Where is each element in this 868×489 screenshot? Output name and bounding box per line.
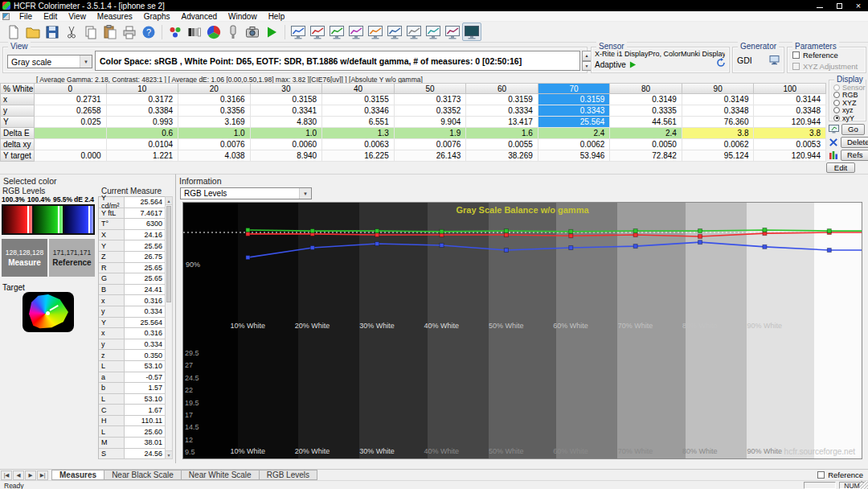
display-mode-xyz-upper[interactable]: XYZ [833, 99, 857, 106]
open-file-icon[interactable] [23, 23, 43, 41]
cell-x-70[interactable]: 0.3159 [538, 94, 611, 105]
cell-y-90[interactable]: 0.3348 [682, 105, 755, 117]
display-mode-xyz-lower[interactable]: xyz [833, 107, 854, 114]
cell-y-target-80[interactable]: 72.842 [610, 150, 682, 162]
cell-y-10[interactable]: 0.3384 [107, 105, 179, 117]
run-measures-icon[interactable] [262, 23, 281, 41]
view-colortemp-icon[interactable] [366, 23, 385, 41]
cell-y-target-70[interactable]: 53.946 [538, 150, 611, 162]
cell-y-60[interactable]: 13.417 [466, 117, 538, 128]
last-tab-icon[interactable]: ▶| [37, 471, 48, 480]
cell-delta-xy-20[interactable]: 0.0076 [178, 139, 251, 150]
display-mode-rgb[interactable]: RGB [833, 92, 858, 99]
measure-free-icon[interactable] [166, 23, 185, 41]
cell-delta-e-90[interactable]: 3.8 [682, 128, 755, 139]
view-near-black-icon[interactable] [385, 23, 404, 41]
cell-y-0[interactable]: 0.025 [35, 117, 107, 128]
menu-graphs[interactable]: Graphs [138, 11, 176, 22]
cell-delta-xy-80[interactable]: 0.0050 [610, 139, 682, 150]
cell-y-30[interactable]: 0.3341 [251, 105, 323, 117]
cell-delta-e-60[interactable]: 1.6 [466, 128, 538, 139]
cell-y-target-30[interactable]: 8.940 [251, 150, 323, 162]
view-fullscreen-icon[interactable] [462, 23, 481, 41]
cell-delta-e-10[interactable]: 0.6 [107, 128, 179, 139]
cell-delta-e-50[interactable]: 1.9 [395, 128, 467, 139]
cell-y-50[interactable]: 0.3352 [395, 105, 467, 117]
column-header-50[interactable]: 50 [395, 84, 467, 94]
cell-y-70[interactable]: 0.3343 [538, 105, 611, 117]
cell-y-70[interactable]: 25.564 [538, 117, 611, 128]
minimize-button[interactable] [810, 0, 829, 11]
cell-delta-xy-30[interactable]: 0.0060 [251, 139, 323, 150]
sensor-probe-icon[interactable] [223, 23, 243, 41]
cell-delta-xy-40[interactable]: 0.0063 [322, 139, 395, 150]
cell-delta-e-80[interactable]: 2.4 [610, 128, 682, 139]
copy-icon[interactable] [81, 23, 100, 41]
cell-delta-e-40[interactable]: 1.3 [322, 128, 395, 139]
cell-delta-e-100[interactable]: 3.8 [754, 128, 826, 139]
cell-x-60[interactable]: 0.3159 [466, 94, 538, 105]
resize-grip[interactable] [859, 481, 868, 489]
delete-button[interactable]: Delete [841, 137, 868, 148]
column-header-80[interactable]: 80 [610, 84, 682, 94]
menu-measures[interactable]: Measures [92, 11, 138, 22]
scroll-up-icon[interactable]: ▲ [166, 197, 172, 205]
column-header-100[interactable]: 100 [754, 84, 826, 94]
cell-x-30[interactable]: 0.3158 [251, 94, 323, 105]
cell-y-target-60[interactable]: 38.269 [466, 150, 538, 162]
cell-y-50[interactable]: 9.904 [395, 117, 467, 128]
scrollbar-thumb[interactable] [166, 206, 171, 302]
view-luminance-icon[interactable] [289, 23, 308, 41]
measure-scrollbar[interactable]: ▲ ▼ [165, 196, 173, 459]
cell-y-20[interactable]: 0.3356 [178, 105, 251, 117]
cell-delta-e-20[interactable]: 1.0 [178, 128, 251, 139]
cell-x-20[interactable]: 0.3166 [178, 94, 251, 105]
column-header-90[interactable]: 90 [682, 84, 755, 94]
cell-x-0[interactable]: 0.2731 [35, 94, 107, 105]
menu-help[interactable]: Help [263, 11, 291, 22]
cell-y-90[interactable]: 76.360 [682, 117, 755, 128]
refs-button[interactable]: Refs [841, 150, 868, 161]
save-icon[interactable] [43, 23, 62, 41]
tab-measures[interactable]: Measures [51, 470, 104, 480]
cell-y-30[interactable]: 4.830 [251, 117, 323, 128]
scroll-down-icon[interactable]: ▼ [166, 450, 172, 458]
cell-y-10[interactable]: 0.993 [107, 117, 179, 128]
cell-x-50[interactable]: 0.3173 [395, 94, 467, 105]
cell-x-90[interactable]: 0.3149 [682, 94, 755, 105]
cell-y-80[interactable]: 44.561 [610, 117, 682, 128]
cell-x-80[interactable]: 0.3149 [610, 94, 682, 105]
menu-view[interactable]: View [63, 11, 92, 22]
cell-y-20[interactable]: 3.169 [178, 117, 251, 128]
cell-x-10[interactable]: 0.3172 [107, 94, 179, 105]
view-rgb-levels-icon[interactable] [327, 23, 346, 41]
view-cie-diagram-icon[interactable] [346, 23, 366, 41]
column-header-30[interactable]: 30 [251, 84, 323, 94]
cell-y-0[interactable]: 0.2658 [35, 105, 107, 117]
prev-tab-icon[interactable]: ◀ [13, 471, 24, 480]
next-tab-icon[interactable]: ▶ [25, 471, 36, 480]
document-icon[interactable] [2, 13, 10, 20]
sensor-refresh-icon[interactable] [716, 58, 726, 69]
cell-delta-xy-50[interactable]: 0.0076 [395, 139, 467, 150]
display-mode-xyY[interactable]: xyY [833, 114, 854, 121]
cut-icon[interactable] [62, 23, 81, 41]
cell-delta-e-30[interactable]: 1.0 [251, 128, 323, 139]
cell-delta-xy-60[interactable]: 0.0055 [466, 139, 538, 150]
cell-delta-e-70[interactable]: 2.4 [538, 128, 611, 139]
cell-y-target-20[interactable]: 4.038 [178, 150, 251, 162]
snapshot-icon[interactable] [243, 23, 262, 41]
cell-delta-xy-0[interactable] [35, 139, 107, 150]
view-contrast-icon[interactable] [424, 23, 443, 41]
view-mode-dropdown[interactable]: Gray scale ▼ [7, 55, 92, 68]
measure-grayscale-icon[interactable] [185, 23, 204, 41]
go-button[interactable]: Go [841, 124, 865, 135]
first-tab-icon[interactable]: |◀ [1, 471, 12, 480]
menu-file[interactable]: File [14, 11, 38, 22]
column-header-70[interactable]: 70 [538, 84, 611, 94]
tab-near-black-scale[interactable]: Near Black Scale [104, 470, 182, 480]
about-icon[interactable]: ? [139, 23, 158, 41]
cell-y-target-10[interactable]: 1.221 [107, 150, 179, 162]
view-saturation-icon[interactable] [443, 23, 462, 41]
paste-icon[interactable] [100, 23, 120, 41]
